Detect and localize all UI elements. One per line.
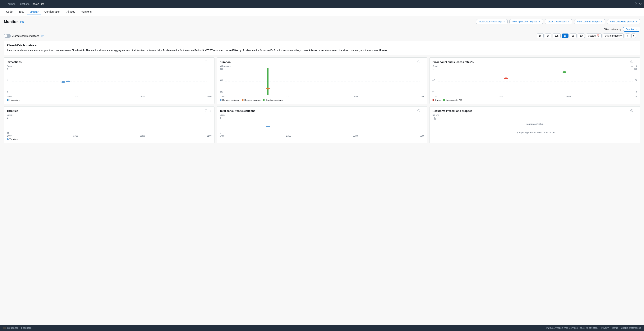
cookie-preferences-link[interactable]: Cookie preferences: [621, 327, 641, 329]
invocations-title: Invocations: [7, 60, 22, 64]
legend-invocations: Invocations: [7, 99, 20, 101]
tab-code[interactable]: Code: [3, 8, 16, 16]
svg-point-10: [504, 77, 508, 79]
privacy-link[interactable]: Privacy: [601, 327, 608, 329]
alarm-toggle-switch[interactable]: [4, 34, 11, 38]
legend-dot-throttles: [7, 138, 8, 140]
breadcrumb-functions[interactable]: Functions: [18, 2, 29, 5]
breadcrumb-sep-2: ›: [31, 2, 32, 5]
svg-point-2: [61, 81, 65, 83]
invocations-y-label: Count: [7, 65, 212, 67]
info-icon-recursive[interactable]: ⓘ: [630, 109, 633, 113]
throttles-card: Throttles ⓘ ⋮ Count 10.5 17:0023:0005:0: [4, 106, 214, 143]
cloudshell-label: CloudShell: [7, 327, 18, 329]
view-lambda-insights-button[interactable]: View Lambda Insights ↗: [574, 19, 605, 24]
throttles-card-icons: ⓘ ⋮: [205, 109, 212, 113]
settings-icon[interactable]: ⚙: [639, 2, 642, 6]
legend-label-success-rate: Success rate (%): [446, 99, 462, 101]
view-xray-traces-button[interactable]: View X-Ray traces ↗: [545, 19, 572, 24]
breadcrumb-lambda[interactable]: Lambda: [6, 2, 16, 5]
breadcrumb: Lambda › Functions › books_list: [6, 2, 44, 5]
error-legend: Errors Success rate (%): [432, 99, 637, 101]
time-3h-button[interactable]: 3h: [545, 33, 552, 38]
more-icon-recursive[interactable]: ⋮: [634, 109, 637, 113]
more-icon-duration[interactable]: ⋮: [422, 60, 424, 64]
legend-label-throttles: Throttles: [10, 138, 18, 140]
feedback-link[interactable]: Feedback: [21, 327, 32, 329]
tab-configuration[interactable]: Configuration: [42, 8, 64, 16]
svg-point-7: [266, 88, 270, 89]
cloudshell-button[interactable]: ⬛ CloudShell: [3, 327, 18, 329]
main-content: Monitor Info View CloudWatch logs ↗ View…: [0, 16, 644, 331]
invocations-card: Invocations ⓘ ⋮ Count 210: [4, 57, 214, 104]
info-icon-concurrent[interactable]: ⓘ: [418, 109, 420, 113]
error-y-right-label: No unit: [630, 65, 637, 68]
more-icon-error[interactable]: ⋮: [634, 60, 637, 64]
info-icon-error[interactable]: ⓘ: [630, 60, 633, 64]
time-custom-button[interactable]: Custom 📅: [586, 33, 602, 38]
error-x-labels: 17:0023:0005:0011:00: [432, 96, 637, 98]
external-link-icon-5: ↗: [636, 20, 637, 23]
toggle-knob: [4, 34, 7, 37]
view-codeguru-profiles-button[interactable]: View CodeGuru profiles ↗: [607, 19, 640, 24]
tab-aliases[interactable]: Aliases: [64, 8, 78, 16]
breadcrumb-sep-1: ›: [17, 2, 18, 5]
more-icon-invocations[interactable]: ⋮: [209, 60, 212, 64]
time-1w-button[interactable]: 1w: [578, 33, 585, 38]
legend-success-rate: Success rate (%): [443, 99, 462, 101]
invocations-chart: [12, 68, 207, 95]
time-controls: 1h 3h 12h 1d 3d 1w Custom 📅 UTC timezone…: [537, 33, 640, 38]
throttles-x-labels: 17:0023:0005:0011:00: [7, 135, 212, 137]
duration-title: Duration: [220, 60, 231, 64]
error-count-header: Error count and success rate (%) ⓘ ⋮: [432, 60, 637, 64]
concurrent-title: Total concurrent executions: [220, 109, 255, 112]
invocations-chart-wrapper: 210: [7, 68, 212, 95]
concurrent-chart-wrapper: 21: [220, 117, 424, 134]
legend-dot-invocations: [7, 99, 8, 101]
recursive-header: Recursive invocations dropped ⓘ ⋮: [432, 109, 637, 113]
more-icon-throttles[interactable]: ⋮: [209, 109, 212, 113]
breadcrumb-current: books_list: [32, 2, 44, 5]
view-application-signals-button[interactable]: View Application Signals ↗: [510, 19, 543, 24]
terms-link[interactable]: Terms: [612, 327, 618, 329]
svg-point-11: [562, 71, 566, 73]
hamburger-menu-icon[interactable]: ☰: [2, 2, 5, 6]
time-1h-button[interactable]: 1h: [537, 33, 544, 38]
throttles-chart-wrapper: 10.5: [7, 117, 212, 134]
time-1d-button[interactable]: 1d: [562, 33, 568, 38]
info-icon-duration[interactable]: ⓘ: [418, 60, 420, 64]
info-icon-invocations[interactable]: ⓘ: [205, 60, 208, 64]
time-3d-button[interactable]: 3d: [570, 33, 576, 38]
legend-duration-max: Duration maximum: [263, 99, 283, 101]
refresh-button[interactable]: ↻: [625, 33, 630, 38]
more-icon-concurrent[interactable]: ⋮: [422, 109, 424, 113]
alarm-info-icon[interactable]: ⓘ: [41, 34, 44, 37]
concurrent-header: Total concurrent executions ⓘ ⋮: [220, 109, 424, 113]
throttles-y-label: Count: [7, 114, 212, 116]
legend-label-duration-min: Duration minimum: [222, 99, 240, 101]
tab-versions[interactable]: Versions: [78, 8, 95, 16]
external-link-icon-2: ↗: [538, 20, 540, 23]
filter-metrics-select[interactable]: Function ▾: [623, 27, 640, 32]
external-link-icon-3: ↗: [568, 20, 570, 23]
duration-header: Duration ⓘ ⋮: [220, 60, 424, 64]
recursive-y-label: No unit: [432, 114, 637, 116]
info-link[interactable]: Info: [20, 20, 24, 23]
duration-card-icons: ⓘ ⋮: [418, 60, 424, 64]
legend-throttles: Throttles: [7, 138, 18, 140]
refresh-dropdown-button[interactable]: ▾: [631, 33, 636, 38]
more-options-button[interactable]: ⋮: [637, 34, 640, 38]
info-icon-throttles[interactable]: ⓘ: [205, 109, 208, 113]
duration-x-labels: 17:0023:0005:0011:00: [220, 96, 424, 98]
timezone-select[interactable]: UTC timezone ▾: [603, 33, 624, 38]
help-icon[interactable]: ?: [635, 2, 637, 5]
tab-test[interactable]: Test: [16, 8, 27, 16]
throttles-title: Throttles: [7, 109, 18, 112]
error-count-card-icons: ⓘ ⋮: [630, 60, 637, 64]
view-cloudwatch-logs-button[interactable]: View CloudWatch logs ↗: [476, 19, 508, 24]
time-12h-button[interactable]: 12h: [552, 33, 560, 38]
legend-dot-errors: [432, 99, 434, 101]
cloudwatch-metrics-section: CloudWatch metrics Lambda sends runtime …: [4, 41, 640, 55]
tab-monitor[interactable]: Monitor: [27, 9, 42, 15]
chevron-down-icon-refresh: ▾: [633, 34, 634, 37]
